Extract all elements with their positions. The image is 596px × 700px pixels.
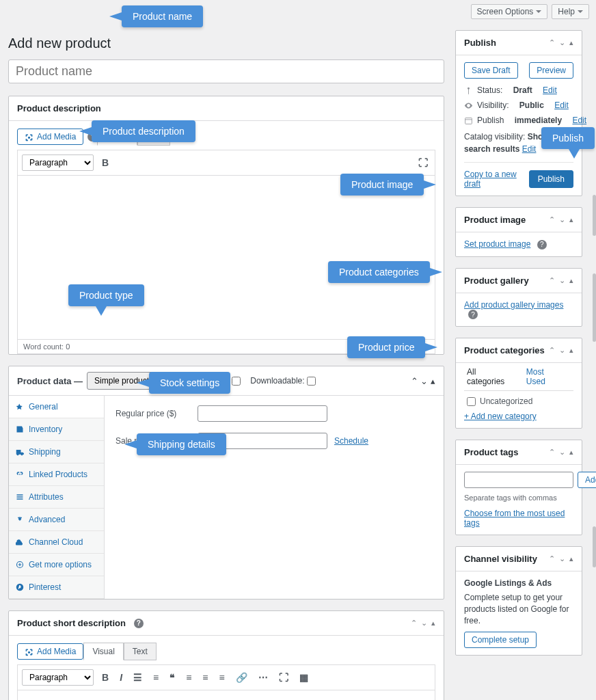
panel-controls[interactable]: ⌃⌄▴	[549, 276, 573, 285]
word-count: Word count: 0	[17, 340, 435, 354]
panel-controls[interactable]: ⌃⌄▴	[411, 619, 435, 628]
help-icon[interactable]: ?	[468, 310, 478, 319]
quote-icon[interactable]: ❝	[167, 671, 178, 684]
scrollbar[interactable]	[593, 273, 596, 342]
tab-shipping[interactable]: Shipping	[9, 441, 104, 463]
copy-draft-link[interactable]: Copy to a new draft	[464, 170, 529, 189]
align-right-icon[interactable]: ≡	[217, 671, 228, 684]
status-row: Status: Draft Edit	[464, 85, 573, 95]
edit-date-link[interactable]: Edit	[572, 116, 586, 125]
panel-controls[interactable]: ⌃ ⌄ ▴	[411, 376, 435, 386]
downloadable-checkbox-label[interactable]: Downloadable:	[250, 376, 315, 386]
list-icon[interactable]: ☰	[131, 671, 145, 684]
svg-rect-5	[465, 118, 472, 124]
edit-visibility-link[interactable]: Edit	[554, 100, 569, 110]
add-media-button[interactable]: Add Media	[17, 129, 83, 145]
add-gallery-link[interactable]: Add product gallery images	[464, 300, 563, 310]
short-description-editor[interactable]	[17, 690, 435, 700]
toolbar-toggle-icon[interactable]: ▦	[297, 671, 311, 684]
tag-hint: Separate tags with commas	[464, 494, 573, 502]
schedule-link[interactable]: Schedule	[334, 436, 368, 446]
virtual-checkbox[interactable]	[232, 377, 241, 386]
add-category-link[interactable]: + Add new category	[464, 412, 537, 421]
text-tab[interactable]: Text	[137, 128, 170, 146]
numlist-icon[interactable]: ≡	[150, 671, 161, 684]
tab-attributes[interactable]: Attributes	[9, 486, 104, 509]
sale-price-input[interactable]	[198, 433, 327, 449]
panel-controls[interactable]: ⌃⌄▴	[549, 38, 573, 47]
edit-status-link[interactable]: Edit	[543, 85, 557, 95]
tab-channel-cloud[interactable]: Channel Cloud	[9, 531, 104, 554]
more-icon[interactable]: ⋯	[256, 671, 271, 684]
help-button[interactable]: Help	[552, 4, 589, 19]
scrollbar[interactable]	[593, 526, 596, 567]
regular-price-input[interactable]	[198, 405, 327, 422]
category-uncategorized[interactable]: Uncategorized	[467, 396, 571, 406]
visual-tab[interactable]: Visual	[97, 128, 137, 146]
short-desc-title: Product short description?	[17, 618, 144, 628]
panel-controls[interactable]: ⌃⌄▴	[549, 215, 573, 224]
tab-general[interactable]: General	[9, 396, 104, 418]
virtual-checkbox-label[interactable]: Virtual:	[204, 376, 241, 386]
regular-price-label: Regular price ($)	[116, 409, 191, 418]
panel-controls[interactable]: ⌃⌄▴	[549, 554, 573, 563]
tab-linked-products[interactable]: Linked Products	[9, 463, 104, 486]
link-icon[interactable]: 🔗	[233, 671, 250, 684]
help-icon[interactable]: ?	[87, 132, 97, 142]
scrollbar[interactable]	[593, 195, 596, 236]
product-data-tabs: General Inventory Shipping Linked Produc…	[9, 396, 105, 599]
bold-icon[interactable]: B	[99, 671, 111, 684]
page-title: Add new product	[8, 36, 444, 51]
sale-price-label: Sale price ($)	[116, 436, 191, 446]
paragraph-select[interactable]: Paragraph	[22, 154, 94, 171]
downloadable-checkbox[interactable]	[307, 377, 316, 386]
complete-setup-button[interactable]: Complete setup	[464, 632, 537, 648]
panel-controls[interactable]: ⌃⌄▴	[549, 346, 573, 355]
product-name-input[interactable]	[8, 59, 444, 83]
bold-icon[interactable]: B	[99, 156, 111, 170]
categories-title: Product categories	[464, 345, 545, 355]
align-left-icon[interactable]: ≡	[183, 671, 194, 684]
gallery-title: Product gallery	[464, 275, 529, 286]
tag-input[interactable]	[464, 472, 573, 488]
tab-pinterest[interactable]: Pinterest	[9, 576, 104, 599]
tab-get-more[interactable]: Get more options	[9, 554, 104, 576]
screen-options-button[interactable]: Screen Options	[471, 4, 548, 19]
channel-text: Complete setup to get your products list…	[464, 592, 573, 626]
description-editor[interactable]	[17, 176, 435, 340]
fullscreen-icon[interactable]: ⛶	[276, 671, 291, 684]
most-used-tab[interactable]: Most Used	[524, 363, 565, 390]
channel-heading: Google Listings & Ads	[464, 578, 573, 588]
tags-title: Product tags	[464, 447, 518, 457]
svg-rect-2	[17, 498, 23, 500]
expand-icon[interactable]: ⛶	[416, 156, 431, 170]
description-title: Product description	[17, 103, 101, 113]
preview-button[interactable]: Preview	[529, 62, 573, 79]
publish-title: Publish	[464, 38, 496, 48]
add-media-button-short[interactable]: Add Media	[17, 643, 83, 660]
choose-tags-link[interactable]: Choose from the most used tags	[464, 509, 565, 528]
tab-inventory[interactable]: Inventory	[9, 418, 104, 441]
set-product-image-link[interactable]: Set product image	[464, 239, 530, 249]
product-type-select[interactable]: Simple product	[87, 372, 182, 390]
italic-icon[interactable]: I	[117, 671, 125, 684]
help-icon[interactable]: ?	[134, 619, 144, 628]
image-title: Product image	[464, 215, 526, 225]
panel-controls[interactable]: ⌃⌄▴	[549, 448, 573, 457]
save-draft-button[interactable]: Save Draft	[464, 62, 518, 79]
product-data-label: Product data —	[17, 376, 83, 386]
add-tag-button[interactable]: Add	[578, 472, 596, 488]
all-categories-tab[interactable]: All categories	[464, 363, 515, 390]
help-icon[interactable]: ?	[191, 376, 200, 386]
channel-title: Channel visibility	[464, 554, 537, 564]
publish-button[interactable]: Publish	[529, 170, 573, 188]
svg-rect-0	[17, 494, 23, 496]
svg-rect-1	[17, 496, 23, 498]
edit-catalog-link[interactable]: Edit	[522, 144, 537, 154]
align-center-icon[interactable]: ≡	[200, 671, 211, 684]
help-icon[interactable]: ?	[537, 240, 547, 250]
visual-tab-short[interactable]: Visual	[83, 643, 123, 660]
tab-advanced[interactable]: Advanced	[9, 509, 104, 531]
text-tab-short[interactable]: Text	[124, 643, 157, 660]
paragraph-select-short[interactable]: Paragraph	[22, 669, 94, 686]
